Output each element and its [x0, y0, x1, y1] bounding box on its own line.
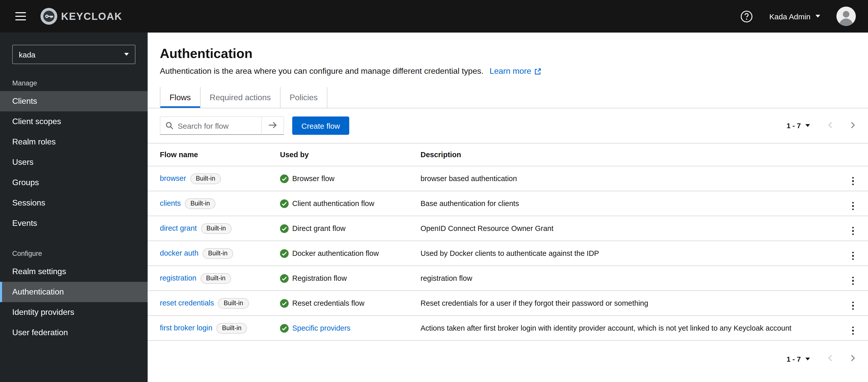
- check-circle-icon: [280, 274, 289, 283]
- flow-name-link[interactable]: docker auth: [160, 249, 198, 257]
- keycloak-logo-icon: [40, 8, 58, 25]
- sidebar-item-client-scopes[interactable]: Client scopes: [0, 111, 148, 132]
- built-in-badge: Built-in: [216, 323, 247, 334]
- arrow-right-icon: [268, 121, 277, 130]
- tab-inset: [148, 87, 160, 108]
- used-by-text: Browser flow: [292, 174, 335, 183]
- pagination-menu-toggle[interactable]: 1 - 7: [783, 353, 813, 365]
- sidebar: kada Manage Clients Client scopes Realm …: [0, 33, 148, 382]
- chevron-left-icon: [827, 354, 833, 364]
- row-description: browser based authentication: [414, 166, 827, 191]
- pagination-menu-toggle[interactable]: 1 - 7: [783, 119, 813, 132]
- kebab-menu-button[interactable]: [849, 301, 857, 310]
- pagination-next-button[interactable]: [850, 352, 856, 366]
- used-by-cell: Client authentication flow: [280, 199, 408, 208]
- user-name: Kada Admin: [769, 12, 810, 21]
- sidebar-item-groups[interactable]: Groups: [0, 172, 148, 193]
- sidebar-item-events[interactable]: Events: [0, 213, 148, 234]
- check-circle-icon: [280, 324, 289, 333]
- pagination-next-button[interactable]: [850, 119, 856, 133]
- pagination-prev-button[interactable]: [827, 119, 833, 133]
- check-circle-icon: [280, 199, 289, 208]
- check-circle-icon: [280, 224, 289, 233]
- flow-row: direct grantBuilt-in Direct grant flow O…: [148, 216, 868, 241]
- kebab-menu-button[interactable]: [849, 177, 857, 185]
- tab-required-actions[interactable]: Required actions: [200, 87, 280, 108]
- brand-wordmark: KEYCLOAK: [61, 10, 122, 22]
- sidebar-item-realm-roles[interactable]: Realm roles: [0, 132, 148, 152]
- sidebar-item-clients[interactable]: Clients: [0, 91, 148, 111]
- used-by-cell: Specific providers: [280, 324, 408, 333]
- tab-policies[interactable]: Policies: [280, 87, 327, 108]
- used-by-text[interactable]: Specific providers: [292, 324, 350, 332]
- flow-name-link[interactable]: reset credentials: [160, 299, 214, 307]
- page-header: Authentication Authentication is the are…: [148, 33, 868, 76]
- pagination-prev-button[interactable]: [827, 352, 833, 366]
- flow-name-link[interactable]: direct grant: [160, 224, 197, 232]
- help-icon[interactable]: [740, 10, 753, 23]
- built-in-badge: Built-in: [185, 198, 215, 209]
- nav-section-configure: Configure Realm settings Authentication …: [0, 245, 148, 343]
- kebab-menu-button[interactable]: [849, 276, 857, 285]
- used-by-text: Direct grant flow: [292, 224, 346, 233]
- chevron-down-icon: [805, 124, 810, 127]
- kebab-menu-button[interactable]: [849, 251, 857, 260]
- column-flow-name: Flow name: [148, 143, 274, 166]
- pagination-bottom-wrap: 1 - 7: [148, 341, 868, 377]
- pagination-top: 1 - 7: [783, 119, 856, 133]
- flow-name-link[interactable]: clients: [160, 199, 181, 207]
- column-description: Description: [414, 143, 827, 166]
- used-by-text: Client authentication flow: [292, 199, 374, 208]
- toolbar: Create flow 1 - 7: [148, 108, 868, 143]
- column-used-by: Used by: [274, 143, 414, 166]
- row-description: Actions taken after first broker login w…: [414, 316, 827, 341]
- brand: KEYCLOAK: [40, 8, 122, 25]
- flow-row: reset credentialsBuilt-in Reset credenti…: [148, 291, 868, 316]
- built-in-badge: Built-in: [218, 298, 249, 309]
- flow-row: docker authBuilt-in Docker authenticatio…: [148, 241, 868, 266]
- pagination-bottom: 1 - 7: [783, 352, 856, 366]
- sidebar-item-identity-providers[interactable]: Identity providers: [0, 302, 148, 322]
- column-actions: [827, 143, 868, 166]
- sidebar-item-realm-settings[interactable]: Realm settings: [0, 262, 148, 282]
- nav-toggle-button[interactable]: [12, 8, 29, 25]
- kebab-menu-button[interactable]: [849, 227, 857, 235]
- realm-selector-value: kada: [19, 50, 35, 59]
- flow-row: first broker loginBuilt-in Specific prov…: [148, 316, 868, 341]
- check-circle-icon: [280, 299, 289, 308]
- flows-table: Flow name Used by Description browserBui…: [148, 143, 868, 341]
- tab-flows[interactable]: Flows: [160, 87, 200, 108]
- used-by-cell: Registration flow: [280, 274, 408, 283]
- used-by-text: Registration flow: [292, 274, 347, 282]
- external-link-icon: [534, 68, 541, 74]
- tab-bar: Flows Required actions Policies: [148, 87, 868, 108]
- chevron-down-icon: [815, 15, 820, 18]
- flow-search: [160, 116, 284, 135]
- realm-selector[interactable]: kada: [12, 45, 135, 64]
- search-input[interactable]: [160, 121, 261, 130]
- avatar[interactable]: [836, 7, 856, 26]
- used-by-cell: Browser flow: [280, 174, 408, 183]
- row-description: Used by Docker clients to authenticate a…: [414, 241, 827, 266]
- flow-name-link[interactable]: first broker login: [160, 323, 212, 332]
- user-menu[interactable]: Kada Admin: [766, 11, 823, 21]
- used-by-cell: Reset credentials flow: [280, 299, 408, 308]
- flow-row: registrationBuilt-in Registration flow r…: [148, 266, 868, 291]
- check-circle-icon: [280, 249, 289, 257]
- page-subtitle: Authentication is the area where you can…: [160, 67, 856, 76]
- chevron-down-icon: [124, 53, 129, 56]
- create-flow-button[interactable]: Create flow: [292, 116, 349, 135]
- flow-name-link[interactable]: browser: [160, 174, 186, 182]
- used-by-text: Docker authentication flow: [292, 249, 379, 257]
- kebab-menu-button[interactable]: [849, 202, 857, 210]
- sidebar-item-authentication[interactable]: Authentication: [0, 282, 148, 302]
- kebab-menu-button[interactable]: [849, 326, 857, 335]
- flow-name-link[interactable]: registration: [160, 274, 196, 282]
- sidebar-item-sessions[interactable]: Sessions: [0, 193, 148, 213]
- search-submit-button[interactable]: [262, 116, 284, 135]
- nav-section-manage: Manage Clients Client scopes Realm roles…: [0, 74, 148, 234]
- sidebar-item-user-federation[interactable]: User federation: [0, 322, 148, 343]
- row-description: OpenID Connect Resource Owner Grant: [414, 216, 827, 241]
- sidebar-item-users[interactable]: Users: [0, 152, 148, 172]
- learn-more-link[interactable]: Learn more: [490, 67, 541, 76]
